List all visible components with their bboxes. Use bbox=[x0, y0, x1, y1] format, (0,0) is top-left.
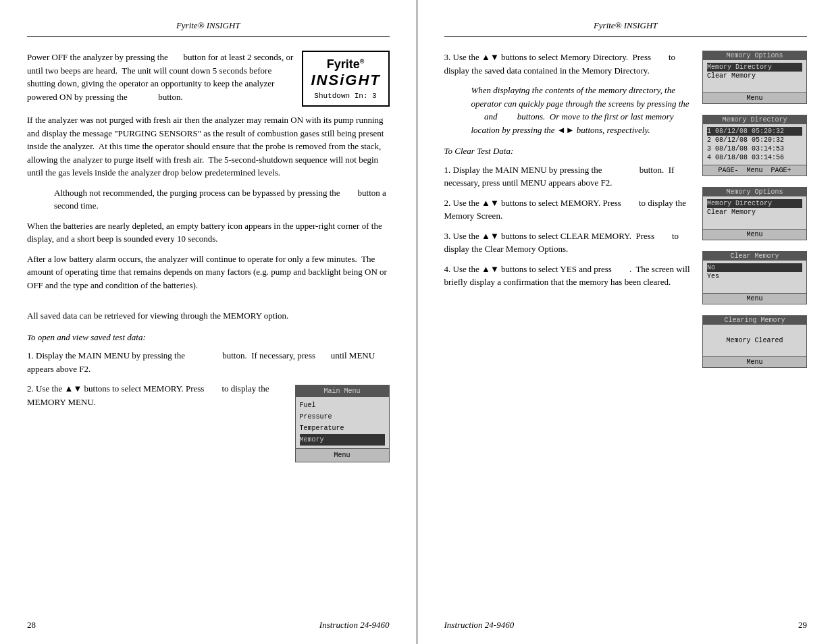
paragraph-bypass: Although not recommended, the purging pr… bbox=[54, 186, 390, 213]
left-page-footer: 28 Instruction 24-9460 bbox=[0, 620, 417, 630]
clearing-memory-screen: Clearing Memory Memory Cleared Menu bbox=[702, 315, 807, 368]
main-menu-footer: Menu bbox=[296, 448, 389, 462]
left-page-number: 28 bbox=[27, 620, 36, 630]
clear-memory-screen: Clear Memory No Yes Menu bbox=[702, 251, 807, 304]
main-menu-row-fuel: Fuel bbox=[300, 400, 385, 411]
logo-shutdown: Shutdown In: 3 bbox=[311, 92, 380, 100]
main-menu-row-memory: Memory bbox=[300, 434, 385, 446]
main-menu-row-pressure: Pressure bbox=[300, 411, 385, 423]
memory-options-screen-2: Memory Options Memory Directory Clear Me… bbox=[702, 187, 807, 240]
paragraph-2: If the analyzer was not purged with fres… bbox=[27, 113, 390, 180]
left-page-instruction: Instruction 24-9460 bbox=[319, 620, 390, 630]
section-heading-view: To open and view saved test data: bbox=[27, 331, 390, 344]
main-menu-screen: Main Menu Fuel Pressure Temperature Memo… bbox=[295, 385, 390, 468]
paragraph-battery-1: When the batteries are nearly depleted, … bbox=[27, 219, 390, 246]
right-page-number: 29 bbox=[798, 620, 807, 630]
paragraph-memory-intro: All saved data can be retrieved for view… bbox=[27, 309, 390, 323]
memory-options-screen-1: Memory Options Memory Directory Clear Me… bbox=[702, 51, 807, 104]
paragraph-battery-2: After a low battery alarm occurs, the an… bbox=[27, 252, 390, 292]
right-page-instruction-left: Instruction 24-9460 bbox=[444, 620, 515, 630]
main-menu-row-temperature: Temperature bbox=[300, 423, 385, 434]
step-left-1: 1. Display the MAIN MENU by pressing the… bbox=[27, 349, 390, 375]
logo-box: Fyrite® INSiGHT Shutdown In: 3 bbox=[302, 51, 390, 107]
logo-brand: Fyrite® bbox=[311, 57, 380, 72]
step-left-2: Main Menu Fuel Pressure Temperature Memo… bbox=[27, 382, 390, 468]
right-page-header: Fyrite® INSIGHT bbox=[444, 20, 808, 37]
right-page-footer: Instruction 24-9460 29 bbox=[417, 620, 835, 630]
left-page-header: Fyrite® INSIGHT bbox=[27, 20, 390, 37]
memory-directory-screen: Memory Directory 1 08/12/08 05:20:32 2 0… bbox=[702, 115, 807, 176]
main-menu-title: Main Menu bbox=[296, 385, 389, 397]
logo-insight: INSiGHT bbox=[311, 72, 380, 89]
right-screens-column: Memory Options Memory Directory Clear Me… bbox=[702, 51, 807, 373]
